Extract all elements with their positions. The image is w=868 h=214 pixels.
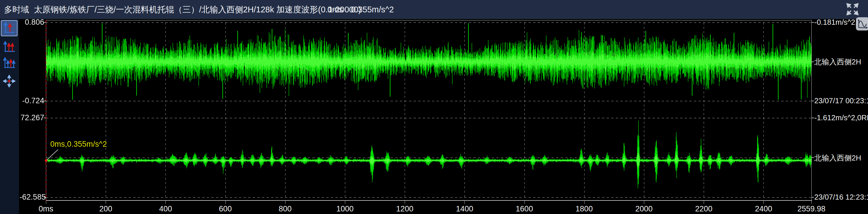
- y-label-lower-min: -62.585: [20, 193, 44, 202]
- tool-pan-button[interactable]: [1, 73, 18, 89]
- waveform-canvas-lower[interactable]: [46, 118, 811, 197]
- cursor-value-readout: 0.355m/s^2: [351, 0, 394, 19]
- x-label-1400: 1400: [441, 205, 488, 213]
- lower-timestamp-label: 23/07/16 12:23:13: [814, 193, 868, 202]
- x-tick-200: [106, 201, 106, 204]
- pan-move-icon: [3, 75, 16, 87]
- tool-multi-cursor-button[interactable]: [1, 55, 18, 71]
- x-tick-1000: [345, 201, 345, 204]
- measurement-path: 太原钢铁/炼铁厂/三烧/一次混料机托辊（三）/北输入西侧2H/128k 加速度波…: [34, 0, 361, 19]
- multi-cursor-icon: [3, 57, 16, 70]
- x-label-1800: 1800: [561, 205, 607, 213]
- x-tick-800: [285, 201, 285, 204]
- right-tick: [811, 61, 814, 62]
- titlebar: 多时域 太原钢铁/炼铁厂/三烧/一次混料机托辊（三）/北输入西侧2H/128k …: [0, 0, 868, 19]
- right-tick: [811, 157, 814, 158]
- tool-single-cursor-button[interactable]: [1, 20, 18, 36]
- x-label-0ms: 0ms: [23, 205, 69, 213]
- x-label-1600: 1600: [501, 205, 548, 213]
- x-label-600: 600: [203, 205, 248, 213]
- y-label-upper-max: 0.806: [20, 18, 44, 27]
- x-tick-1400: [464, 201, 465, 204]
- double-cursor-icon: [3, 41, 16, 53]
- waveform-canvas-upper[interactable]: [46, 20, 811, 102]
- plot-top-border: [46, 20, 812, 21]
- upper-channel-label: 北输入西侧2H: [814, 57, 861, 67]
- right-tick: [811, 101, 814, 101]
- x-tick-1200: [405, 201, 405, 204]
- x-tick-1800: [584, 201, 585, 204]
- x-tick-0ms: [46, 201, 46, 204]
- plot-region: 0ms2004006008001000120014001600180020002…: [19, 19, 868, 214]
- x-axis-line: [46, 200, 812, 201]
- x-label-200: 200: [83, 205, 129, 213]
- x-tick-2559.98: [811, 201, 812, 204]
- cursor-annotation: 0ms,0.355m/s^2: [50, 140, 107, 149]
- x-label-1000: 1000: [322, 205, 368, 213]
- toolbar-sidebar: [0, 19, 19, 214]
- x-label-2559.98: 2559.98: [788, 205, 834, 213]
- x-tick-2400: [764, 201, 764, 204]
- fullscreen-icon[interactable]: [846, 2, 859, 16]
- app-root: 多时域 太原钢铁/炼铁厂/三烧/一次混料机托辊（三）/北输入西侧2H/128k …: [0, 0, 868, 214]
- x-tick-2200: [704, 201, 704, 204]
- right-tick: [811, 118, 814, 118]
- x-tick-600: [225, 201, 226, 204]
- x-tick-400: [165, 201, 166, 204]
- lower-channel-label: 北输入西侧2H: [814, 153, 861, 163]
- upper-timestamp-label: 23/07/17 00:23:13: [814, 96, 868, 105]
- lower-cursor-value-label: -1.612m/s^2,0RPM: [814, 113, 868, 122]
- x-label-2000: 2000: [621, 205, 667, 213]
- x-label-2200: 2200: [681, 205, 727, 213]
- x-tick-2000: [644, 201, 644, 204]
- x-label-2400: 2400: [741, 205, 786, 213]
- y-label-upper-min: -0.724: [20, 96, 44, 105]
- single-cursor-icon: [3, 22, 16, 34]
- cursor-point-marker: [45, 159, 48, 162]
- time-cursor-line[interactable]: [46, 20, 46, 201]
- right-tick: [811, 22, 814, 23]
- x-label-800: 800: [262, 205, 308, 213]
- cursor-time-readout: 0ms: [328, 0, 343, 19]
- waveform-thumbnail-icon: [857, 18, 868, 30]
- y-label-lower-max: 72.267: [20, 113, 44, 122]
- plot-right-border: [811, 20, 812, 201]
- right-tick: [811, 197, 814, 197]
- tool-double-cursor-button[interactable]: [1, 39, 18, 55]
- x-label-400: 400: [143, 205, 188, 213]
- waveform-thumbnail-button[interactable]: [856, 17, 868, 30]
- x-label-1200: 1200: [382, 205, 428, 213]
- view-mode-label: 多时域: [4, 0, 29, 19]
